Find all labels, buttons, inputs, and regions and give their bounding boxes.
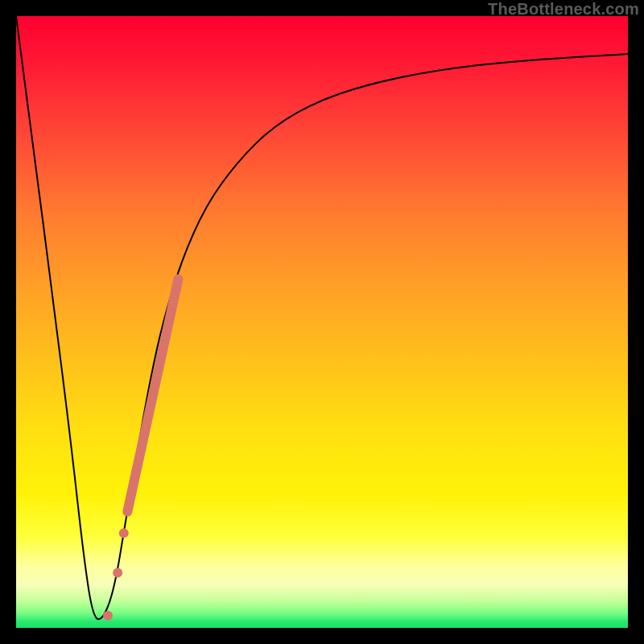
highlight-dot bbox=[103, 611, 113, 621]
chart-frame: TheBottleneck.com bbox=[0, 0, 644, 644]
plot-area bbox=[16, 16, 628, 628]
curve-svg bbox=[16, 16, 628, 628]
bottleneck-curve bbox=[16, 16, 628, 619]
highlight-segment bbox=[127, 279, 178, 512]
highlight-dots bbox=[103, 528, 129, 621]
highlight-dot bbox=[119, 528, 129, 538]
highlight-dot bbox=[113, 568, 122, 578]
